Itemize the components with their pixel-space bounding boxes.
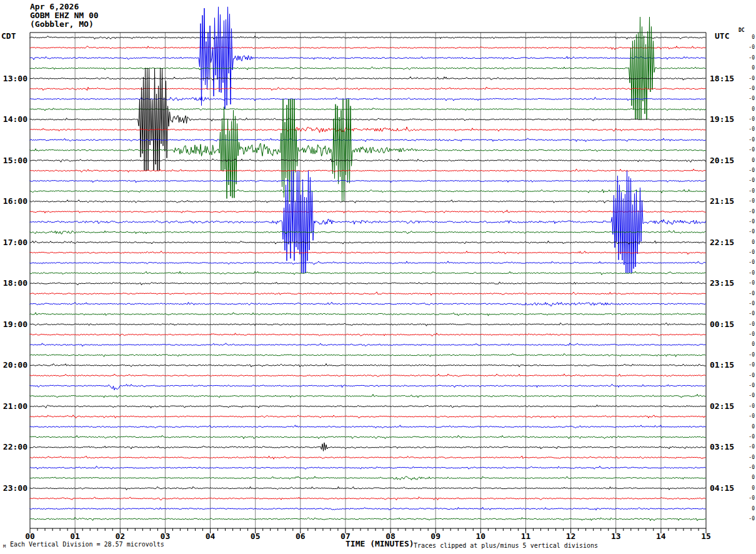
- cdt-time-label: 13:00: [0, 74, 27, 83]
- cdt-time-label: 22:00: [0, 442, 27, 451]
- x-tick-label-04: 04: [199, 531, 222, 541]
- dc-offset-value: -0: [729, 280, 755, 286]
- dc-offset-value: -0: [729, 495, 755, 501]
- seismogram-trace-row-37: [30, 405, 706, 408]
- seismogram-trace-row-2: [30, 46, 706, 50]
- seismogram-trace-row-27: [30, 302, 706, 306]
- dc-offset-value: -0: [729, 352, 755, 358]
- x-tick-label-03: 03: [154, 531, 176, 541]
- dc-offset-value: -0: [729, 311, 755, 316]
- dc-offset-value: -0: [729, 403, 755, 409]
- cdt-time-label: 17:00: [0, 238, 27, 247]
- dc-offset-value: -0: [729, 270, 755, 276]
- seismogram-trace-row-17: [30, 200, 706, 203]
- dc-offset-value: -0: [729, 126, 755, 132]
- seismogram-trace-row-13: [30, 159, 706, 163]
- seismogram-trace-row-20: [30, 231, 706, 234]
- dc-offset-value: -0: [729, 373, 755, 378]
- dc-offset-value: -0: [729, 168, 755, 173]
- x-tick-label-00: 00: [19, 531, 41, 541]
- dc-offset-value: -0: [729, 188, 755, 194]
- dc-offset-value: 0: [729, 65, 755, 71]
- seismogram-trace-row-23: [30, 261, 706, 265]
- dc-offset-value: -0: [729, 178, 755, 183]
- seismogram-trace-row-29: [30, 323, 706, 326]
- dc-offset-value: -0: [729, 413, 755, 419]
- seismogram-trace-row-42: [30, 456, 706, 459]
- seismogram-trace-row-45: [30, 486, 706, 490]
- seismogram-trace-row-6: [30, 87, 706, 91]
- right-timezone-label: UTC: [715, 31, 729, 41]
- seismogram-trace-row-25: [30, 282, 706, 285]
- x-tick-label-12: 12: [560, 531, 582, 541]
- seismogram-trace-row-35: [30, 384, 706, 390]
- seismogram-trace-row-22: [30, 251, 706, 254]
- dc-offset-value: 0: [729, 158, 755, 163]
- seismogram-trace-row-33: [30, 364, 706, 367]
- cdt-time-label: 20:00: [0, 360, 27, 370]
- seismogram-trace-row-40: [30, 435, 706, 439]
- dc-offset-value: -0: [729, 434, 755, 440]
- seismogram-trace-row-7: [30, 96, 706, 101]
- dc-offset-value: 0: [729, 485, 755, 491]
- x-axis-title: TIME (MINUTES): [346, 539, 414, 548]
- dc-offset-value: -0: [729, 249, 755, 255]
- cdt-time-label: 15:00: [0, 156, 27, 165]
- cdt-time-label: 23:00: [0, 483, 27, 493]
- seismogram-trace-row-43: [30, 466, 706, 469]
- dc-offset-value: -0: [729, 55, 755, 61]
- dc-offset-value: 0: [729, 341, 755, 347]
- seismogram-trace-row-24: [30, 271, 706, 274]
- seismogram-trace-row-32: [30, 353, 706, 356]
- dc-offset-value: 0: [729, 239, 755, 245]
- dc-offset-value: -0: [729, 383, 755, 388]
- dc-offset-value: -0: [729, 209, 755, 214]
- dc-offset-value: -0: [729, 444, 755, 450]
- seismogram-trace-row-26: [30, 292, 706, 295]
- vertical-division-note: Each Vertical Division = 28.57 microvolt…: [10, 541, 164, 548]
- clip-note: Traces clipped at plus/minus 5 vertical …: [414, 542, 598, 549]
- dc-offset-value: -0: [729, 362, 755, 368]
- x-tick-label-09: 09: [424, 531, 447, 541]
- x-tick-label-06: 06: [289, 531, 312, 541]
- cdt-time-label: 14:00: [0, 114, 27, 124]
- seismogram-trace-row-28: [30, 313, 706, 316]
- seismogram-trace-row-19: [30, 171, 706, 273]
- dc-offset-value: 0: [729, 475, 755, 480]
- seismogram-trace-row-39: [30, 425, 706, 428]
- x-tick-label-01: 01: [64, 531, 86, 541]
- dc-offset-value: 0: [729, 34, 755, 40]
- seismogram-trace-row-30: [30, 333, 706, 336]
- dc-offset-value: -0: [729, 137, 755, 143]
- seismogram-trace-row-1: [30, 36, 706, 39]
- dc-offset-value: -0: [729, 393, 755, 398]
- left-timezone-label: CDT: [1, 31, 16, 41]
- header-date: Apr 6,2026: [30, 3, 99, 11]
- dc-offset-value: -0: [729, 229, 755, 234]
- dc-offset-value: -0: [729, 44, 755, 50]
- dc-offset-value: 0: [729, 106, 755, 112]
- dc-offset-value: -0: [729, 301, 755, 306]
- header-station: GOBM EHZ NM 00: [30, 11, 99, 20]
- seismogram-trace-row-16: [30, 189, 706, 193]
- seismogram-trace-row-12: [30, 99, 706, 201]
- dc-offset-value: 0: [729, 424, 755, 430]
- seismogram-trace-row-15: [30, 179, 706, 183]
- seismogram-trace-row-47: [30, 507, 706, 510]
- dc-offset-value: -0: [729, 86, 755, 91]
- seismogram-trace-row-34: [30, 374, 706, 377]
- seismogram-trace-row-46: [30, 497, 706, 500]
- x-tick-label-11: 11: [514, 531, 537, 541]
- dc-offset-value: -0: [729, 198, 755, 204]
- header-location: (Gobbler, MO): [30, 20, 99, 29]
- seismogram-trace-row-9: [30, 68, 706, 171]
- cdt-time-label: 21:00: [0, 401, 27, 411]
- dc-offset-value: -0: [729, 455, 755, 460]
- cdt-time-label: 16:00: [0, 196, 27, 206]
- dc-column-label: DC: [739, 28, 745, 33]
- seismogram-trace-row-48: [30, 517, 706, 521]
- x-tick-label-05: 05: [244, 531, 267, 541]
- seismogram-trace-row-44: [30, 476, 706, 480]
- x-tick-label-13: 13: [605, 531, 627, 541]
- dc-offset-value: -0: [729, 147, 755, 153]
